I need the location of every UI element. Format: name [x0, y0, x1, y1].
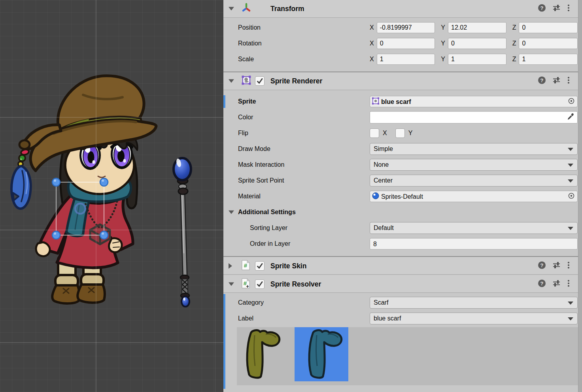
axis-z-label: Z [512, 24, 516, 31]
axis-y-label: Y [441, 24, 445, 31]
category-dropdown[interactable]: Scarf [370, 297, 578, 309]
axis-z-label: Z [512, 56, 516, 63]
sprite-option-green-scarf[interactable] [237, 327, 285, 381]
svg-text:?: ? [540, 77, 544, 83]
scale-y-field[interactable]: 1 [448, 54, 506, 65]
chevron-down-icon [568, 317, 573, 320]
help-icon[interactable]: ? [538, 76, 546, 86]
grid-axis-horizontal-1 [0, 117, 223, 118]
foldout-icon[interactable] [229, 263, 232, 269]
help-icon[interactable]: ? [538, 261, 546, 271]
sprite-resolver-header[interactable]: #+ Sprite Resolver ? [223, 275, 578, 293]
foldout-icon[interactable] [229, 7, 234, 11]
sprite-variant-strip [237, 327, 578, 385]
rotation-z-field[interactable]: 0 [519, 38, 578, 49]
material-icon [372, 192, 380, 201]
chevron-down-icon [568, 227, 573, 230]
kebab-menu-icon[interactable] [567, 279, 570, 289]
flip-x-checkbox[interactable] [370, 128, 379, 138]
help-icon[interactable]: ? [538, 279, 546, 289]
transform-icon [241, 3, 251, 15]
enabled-checkbox[interactable] [255, 261, 265, 271]
scene-view[interactable] [0, 0, 223, 392]
inspector-panel: Transform ? Position X-0.8199997 Y12.02 … [223, 0, 582, 392]
component-title: Sprite Resolver [270, 280, 321, 288]
presets-icon[interactable] [552, 279, 561, 289]
kebab-menu-icon[interactable] [567, 261, 570, 271]
svg-text:+: + [246, 283, 249, 288]
position-x-field[interactable]: -0.8199997 [377, 22, 435, 33]
mask-interaction-dropdown[interactable]: None [370, 159, 578, 171]
mask-interaction-label: Mask Interaction [238, 161, 284, 168]
sorting-layer-dropdown[interactable]: Default [370, 222, 578, 234]
axis-x-label: X [370, 56, 374, 63]
kebab-menu-icon[interactable] [567, 76, 570, 86]
chevron-down-icon [568, 148, 573, 151]
draw-mode-dropdown[interactable]: Simple [370, 143, 578, 155]
enabled-checkbox[interactable] [255, 76, 265, 86]
scale-x-field[interactable]: 1 [377, 54, 435, 65]
grid-axis-vertical [96, 0, 96, 392]
foldout-icon[interactable] [229, 282, 234, 286]
help-icon[interactable]: ? [538, 4, 546, 14]
transform-header[interactable]: Transform ? [223, 0, 578, 18]
chevron-down-icon [568, 164, 573, 167]
svg-text:?: ? [540, 262, 544, 268]
sprite-renderer-header[interactable]: Sprite Renderer ? [223, 72, 578, 90]
additional-settings-label[interactable]: Additional Settings [238, 209, 296, 216]
grid-axis-vertical-2 [215, 0, 215, 392]
script-icon: # [241, 260, 250, 272]
rotation-x-field[interactable]: 0 [377, 38, 435, 49]
grid-axis-horizontal-2 [0, 230, 223, 230]
sprite-sort-point-dropdown[interactable]: Center [370, 175, 578, 187]
eyedropper-icon[interactable] [567, 113, 574, 122]
order-in-layer-label: Order in Layer [250, 240, 290, 247]
presets-icon[interactable] [552, 261, 561, 271]
rotation-label: Rotation [238, 40, 262, 47]
svg-text:?: ? [540, 5, 544, 11]
flip-x-label: X [383, 130, 387, 137]
label-dropdown[interactable]: blue scarf [370, 313, 578, 324]
flip-label: Flip [238, 130, 248, 137]
sprite-label: Sprite [238, 98, 256, 105]
axis-y-label: Y [441, 56, 445, 63]
rotation-y-field[interactable]: 0 [448, 38, 506, 49]
color-swatch[interactable] [370, 111, 578, 124]
axis-x-label: X [370, 40, 374, 47]
flip-y-label: Y [408, 130, 413, 137]
axis-x-label: X [370, 24, 374, 31]
chevron-down-icon [568, 179, 573, 183]
enabled-checkbox[interactable] [255, 279, 265, 289]
component-title: Sprite Skin [270, 262, 306, 270]
scale-label: Scale [238, 56, 254, 63]
label-label: Label [238, 315, 253, 322]
sprite-option-blue-scarf[interactable] [295, 327, 348, 381]
staff-sprite [174, 158, 191, 307]
character-sprite [0, 0, 223, 392]
object-picker-icon[interactable] [568, 97, 575, 106]
position-z-field[interactable]: 0 [519, 22, 578, 33]
order-in-layer-field[interactable]: 8 [370, 238, 578, 250]
svg-text:#: # [244, 262, 248, 268]
flip-y-checkbox[interactable] [395, 128, 405, 138]
foldout-icon[interactable] [229, 79, 234, 83]
sprite-sort-point-label: Sprite Sort Point [238, 177, 284, 184]
sprite-object-field[interactable]: blue scarf [370, 96, 578, 107]
sprite-skin-header[interactable]: # Sprite Skin ? [223, 257, 578, 275]
presets-icon[interactable] [552, 76, 561, 86]
material-label: Material [238, 193, 261, 200]
sprite-renderer-icon [241, 75, 251, 87]
material-object-field[interactable]: Sprites-Default [370, 191, 578, 202]
component-title: Sprite Renderer [270, 77, 322, 85]
axis-y-label: Y [441, 40, 445, 47]
position-y-field[interactable]: 12.02 [448, 22, 506, 33]
foldout-icon[interactable] [229, 211, 234, 214]
object-picker-icon[interactable] [568, 192, 575, 201]
sorting-layer-label: Sorting Layer [250, 224, 287, 232]
kebab-menu-icon[interactable] [567, 4, 570, 14]
component-separator [223, 256, 578, 257]
scale-z-field[interactable]: 1 [519, 54, 578, 65]
component-title: Transform [270, 5, 304, 13]
presets-icon[interactable] [552, 4, 561, 14]
inspector-scrollbar[interactable] [578, 0, 582, 392]
